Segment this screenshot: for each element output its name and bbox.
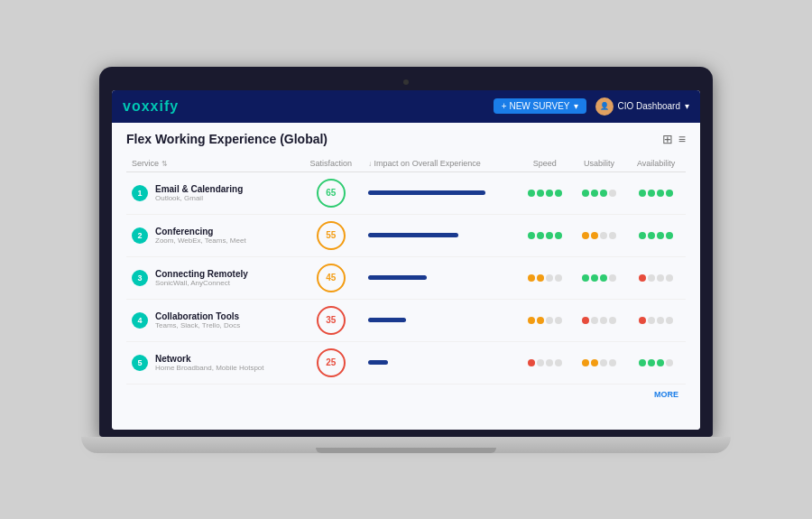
service-sub: Teams, Slack, Trello, Docs <box>155 321 240 329</box>
logo-accent: ify <box>159 98 179 114</box>
dot <box>537 359 544 366</box>
dot <box>528 317 535 324</box>
speed-cell-2 <box>518 256 572 299</box>
satisfaction-cell-3: 35 <box>299 299 363 341</box>
table-row: 1 Email & Calendaring Outlook, Gmail 65 <box>126 171 686 214</box>
service-name: Connecting Remotely <box>155 269 248 279</box>
dashboard-label: CIO Dashboard <box>618 101 680 111</box>
satisfaction-circle: 65 <box>317 179 346 208</box>
dot <box>555 359 562 366</box>
service-cell-4: 5 Network Home Broadband, Mobile Hotspot <box>126 341 299 384</box>
dot <box>537 317 544 324</box>
dashboard-arrow-icon: ▾ <box>685 101 689 111</box>
rank-badge: 2 <box>132 227 148 244</box>
service-sub: Zoom, WebEx, Teams, Meet <box>155 236 246 245</box>
dot <box>555 190 562 197</box>
impact-bar <box>368 275 427 280</box>
header-right: + NEW SURVEY ▾ 👤 CIO Dashboard ▾ <box>494 97 689 116</box>
availability-dots <box>632 317 680 324</box>
dot <box>657 359 664 366</box>
dot <box>666 232 673 239</box>
dot <box>666 274 673 282</box>
impact-bar <box>368 190 485 195</box>
speed-dots <box>523 190 567 197</box>
usability-dots <box>577 274 621 282</box>
dot <box>609 190 616 197</box>
dot <box>657 232 664 239</box>
usability-dots <box>577 190 621 197</box>
impact-bar <box>368 318 406 322</box>
col-service: Service ⇅ <box>126 155 299 172</box>
service-cell-3: 4 Collaboration Tools Teams, Slack, Trel… <box>126 299 299 341</box>
grid-icon[interactable]: ⊞ <box>662 132 673 146</box>
app-header: voxxify + NEW SURVEY ▾ 👤 CIO Dashboard ▾ <box>112 90 700 123</box>
rank-badge: 5 <box>132 355 148 371</box>
rank-badge: 1 <box>132 185 148 201</box>
col-satisfaction: Satisfaction <box>299 155 363 172</box>
dot <box>582 317 589 324</box>
dot <box>657 190 664 197</box>
speed-dots <box>523 359 567 366</box>
service-info: Email & Calendaring Outlook, Gmail <box>155 184 243 202</box>
dot <box>591 232 598 239</box>
usability-dots <box>577 359 621 366</box>
dot <box>666 317 673 324</box>
service-name: Conferencing <box>155 227 246 236</box>
page-actions: ⊞ ≡ <box>662 132 686 146</box>
impact-sort-icon[interactable]: ↓ <box>368 160 372 168</box>
usability-cell-0 <box>572 171 626 214</box>
dot <box>591 317 598 324</box>
availability-dots <box>632 274 680 282</box>
rank-badge: 4 <box>132 312 148 329</box>
rank-badge: 3 <box>132 270 148 286</box>
menu-icon[interactable]: ≡ <box>678 132 686 146</box>
satisfaction-cell-4: 25 <box>299 341 363 384</box>
dot <box>648 232 655 239</box>
dropdown-arrow-icon: ▾ <box>574 101 578 111</box>
speed-cell-3 <box>518 299 572 341</box>
availability-cell-2 <box>626 256 686 299</box>
service-sub: Home Broadband, Mobile Hotspot <box>155 364 264 372</box>
more-link[interactable]: MORE <box>126 385 686 404</box>
new-survey-label: + NEW SURVEY <box>502 101 570 111</box>
laptop-wrapper: voxxify + NEW SURVEY ▾ 👤 CIO Dashboard ▾ <box>81 67 731 453</box>
cio-dashboard-nav[interactable]: 👤 CIO Dashboard ▾ <box>595 97 689 116</box>
service-name: Network <box>155 354 264 364</box>
dot <box>600 190 607 197</box>
dot <box>609 359 616 366</box>
dot <box>528 359 535 366</box>
dot <box>600 317 607 324</box>
usability-cell-1 <box>572 214 626 256</box>
service-cell-1: 2 Conferencing Zoom, WebEx, Teams, Meet <box>126 214 299 256</box>
sort-icon[interactable]: ⇅ <box>161 160 168 168</box>
app-content: Flex Working Experience (Global) ⊞ ≡ Ser… <box>112 123 700 430</box>
dot <box>600 359 607 366</box>
availability-dots <box>632 190 680 197</box>
usability-cell-3 <box>572 299 626 341</box>
impact-cell-0 <box>363 171 517 214</box>
dot <box>648 190 655 197</box>
new-survey-button[interactable]: + NEW SURVEY ▾ <box>494 98 586 114</box>
service-sub: Outlook, Gmail <box>155 194 243 202</box>
service-cell-2: 3 Connecting Remotely SonicWall, AnyConn… <box>126 256 299 299</box>
dot <box>555 317 562 324</box>
dot <box>546 232 553 239</box>
dot <box>582 232 589 239</box>
usability-cell-2 <box>572 256 626 299</box>
dot <box>537 274 544 282</box>
dot <box>528 274 535 282</box>
dot <box>666 359 673 366</box>
satisfaction-circle: 45 <box>317 264 346 292</box>
dot <box>639 274 646 282</box>
dot <box>609 317 616 324</box>
dot <box>657 317 664 324</box>
services-table: Service ⇅ Satisfaction ↓ Impact on Overa… <box>126 155 686 385</box>
speed-dots <box>523 232 567 239</box>
dot <box>648 274 655 282</box>
dot <box>555 232 562 239</box>
availability-cell-0 <box>626 171 686 214</box>
satisfaction-circle: 55 <box>317 221 346 250</box>
dot <box>528 190 535 197</box>
speed-dots <box>523 317 567 324</box>
availability-cell-4 <box>626 341 686 384</box>
